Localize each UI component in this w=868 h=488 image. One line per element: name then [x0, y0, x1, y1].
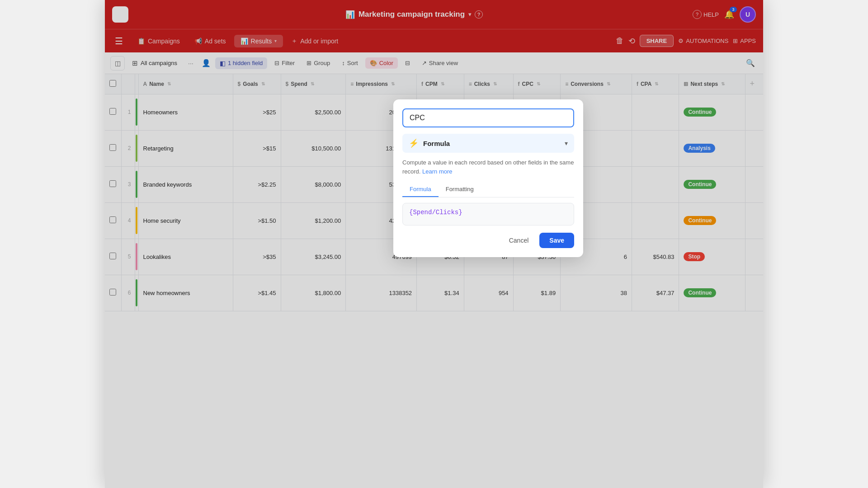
field-type-chevron-icon: ▾ — [565, 140, 568, 147]
field-type-label: Formula — [423, 140, 565, 147]
save-button[interactable]: Save — [539, 233, 574, 248]
tab-formula[interactable]: Formula — [402, 182, 439, 197]
formula-field-modal: ⚡ Formula ▾ Compute a value in each reco… — [393, 99, 583, 257]
field-name-input[interactable] — [402, 108, 574, 127]
tab-formatting[interactable]: Formatting — [439, 182, 481, 197]
field-type-selector[interactable]: ⚡ Formula ▾ — [402, 134, 574, 153]
modal-actions: Cancel Save — [402, 233, 574, 248]
formula-editor[interactable]: {Spend/Clicks} — [402, 203, 574, 225]
cancel-button[interactable]: Cancel — [503, 233, 535, 248]
field-description: Compute a value in each record based on … — [402, 158, 574, 176]
learn-more-link[interactable]: Learn more — [422, 168, 452, 175]
formula-tabs: Formula Formatting — [402, 182, 574, 197]
formula-type-icon: ⚡ — [409, 138, 419, 148]
